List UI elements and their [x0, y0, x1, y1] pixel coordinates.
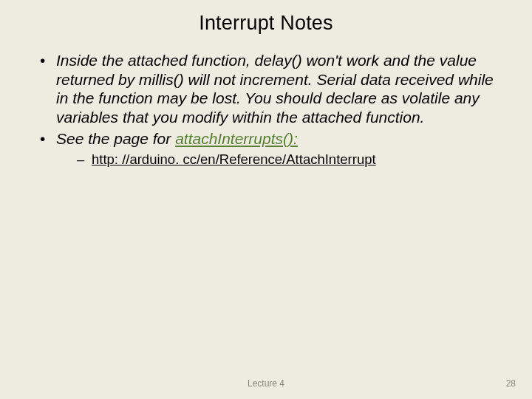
footer-lecture-label: Lecture 4	[0, 378, 532, 389]
bullet-item-2: See the page for attachInterrupts(): htt…	[38, 129, 494, 168]
bullet-item-1: Inside the attached function, delay() wo…	[38, 51, 494, 126]
footer-page-number: 28	[506, 378, 516, 389]
content-area: Inside the attached function, delay() wo…	[0, 35, 532, 168]
arduino-reference-link[interactable]: http: //arduino. cc/en/Reference/AttachI…	[92, 151, 376, 167]
sub-list: http: //arduino. cc/en/Reference/AttachI…	[56, 151, 494, 168]
bullet-list: Inside the attached function, delay() wo…	[38, 51, 494, 168]
sub-item-1: http: //arduino. cc/en/Reference/AttachI…	[77, 151, 494, 168]
slide: Interrupt Notes Inside the attached func…	[0, 0, 532, 399]
attach-interrupts-link[interactable]: attachInterrupts():	[175, 130, 298, 147]
bullet-2-prefix: See the page for	[56, 130, 175, 147]
slide-title: Interrupt Notes	[0, 0, 532, 35]
